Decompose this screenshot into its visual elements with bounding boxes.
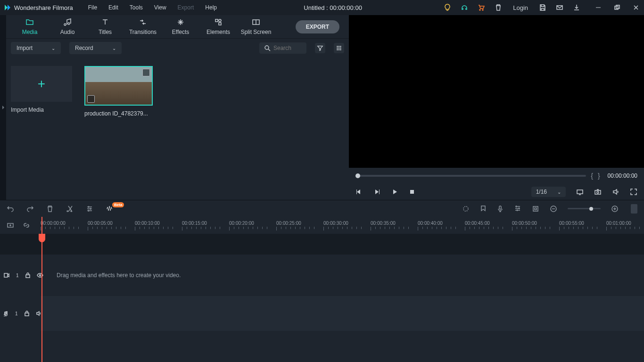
mail-icon[interactable] bbox=[555, 3, 564, 12]
audio-track-body[interactable] bbox=[41, 296, 644, 331]
adjust-icon[interactable] bbox=[86, 205, 93, 213]
search-input[interactable] bbox=[273, 45, 302, 51]
zoom-slider[interactable] bbox=[568, 208, 601, 209]
zoom-out-icon[interactable] bbox=[550, 205, 557, 213]
menu-tools[interactable]: Tools bbox=[124, 1, 149, 14]
menu-help[interactable]: Help bbox=[199, 1, 223, 14]
play-icon[interactable] bbox=[391, 189, 398, 195]
chevron-down-icon: ⌄ bbox=[112, 46, 116, 51]
tab-titles[interactable]: Titles bbox=[86, 18, 124, 35]
marker-icon[interactable] bbox=[480, 205, 487, 213]
preview-quality-icon[interactable] bbox=[576, 188, 584, 196]
audio-mixer-icon[interactable] bbox=[514, 205, 521, 213]
trash-icon[interactable] bbox=[494, 3, 503, 12]
scrub-track[interactable] bbox=[355, 175, 586, 177]
stop-icon[interactable] bbox=[409, 189, 415, 195]
text-icon bbox=[101, 18, 109, 26]
video-track[interactable]: 1 Drag media and effects here to create … bbox=[0, 255, 644, 296]
redo-icon[interactable] bbox=[26, 205, 34, 213]
close-icon[interactable] bbox=[632, 3, 640, 12]
split-icon[interactable] bbox=[66, 205, 74, 213]
mark-in-icon[interactable]: { bbox=[591, 172, 593, 180]
record-dropdown[interactable]: Record ⌄ bbox=[69, 42, 122, 54]
tab-elements[interactable]: Elements bbox=[199, 18, 237, 35]
login-link[interactable]: Login bbox=[511, 4, 530, 11]
export-button[interactable]: EXPORT bbox=[296, 20, 339, 33]
timeline-view-toggle[interactable] bbox=[631, 204, 637, 214]
tab-label: Effects bbox=[172, 29, 189, 35]
svg-point-14 bbox=[337, 49, 338, 50]
crop-icon[interactable] bbox=[532, 205, 539, 213]
scrub-handle[interactable] bbox=[355, 173, 360, 178]
tab-transitions[interactable]: Transitions bbox=[124, 18, 162, 35]
volume-icon[interactable] bbox=[612, 188, 619, 196]
link-icon[interactable] bbox=[23, 222, 30, 229]
save-icon[interactable] bbox=[538, 3, 547, 12]
tab-split-screen[interactable]: Split Screen bbox=[237, 18, 275, 35]
timeline-ruler[interactable]: 00:00:00:0000:00:05:0000:00:10:0000:00:1… bbox=[0, 217, 644, 234]
render-icon[interactable] bbox=[462, 205, 470, 213]
ruler-mark: 00:00:50:00 bbox=[512, 221, 550, 230]
folder-icon bbox=[25, 18, 34, 26]
add-to-timeline-icon[interactable] bbox=[87, 95, 95, 103]
tab-label: Media bbox=[22, 29, 38, 35]
cart-icon[interactable] bbox=[477, 3, 486, 12]
zoom-handle[interactable] bbox=[589, 207, 593, 211]
menu-edit[interactable]: Edit bbox=[103, 1, 124, 14]
app-logo: Wondershare Filmora bbox=[4, 4, 73, 11]
headset-icon[interactable] bbox=[460, 3, 469, 12]
svg-point-12 bbox=[339, 48, 340, 49]
search-box[interactable] bbox=[259, 42, 306, 54]
track-number: 1 bbox=[15, 311, 18, 316]
preview-scale-dropdown[interactable]: 1/16 ⌄ bbox=[531, 187, 566, 197]
delete-icon[interactable] bbox=[46, 205, 54, 213]
prev-frame-icon[interactable] bbox=[355, 189, 362, 195]
snapshot-icon[interactable] bbox=[594, 188, 602, 196]
minimize-icon[interactable] bbox=[594, 3, 603, 12]
svg-rect-17 bbox=[410, 190, 414, 194]
ruler-mark: 00:00:45:00 bbox=[465, 221, 503, 230]
svg-rect-18 bbox=[577, 190, 583, 194]
import-media-card[interactable]: + Import Media bbox=[11, 66, 72, 113]
menu-view[interactable]: View bbox=[149, 1, 172, 14]
fullscreen-icon[interactable] bbox=[630, 188, 637, 196]
add-track-icon[interactable] bbox=[7, 222, 14, 229]
video-track-body[interactable]: Drag media and effects here to create yo… bbox=[41, 255, 644, 296]
clip-name: production ID_4782379... bbox=[84, 110, 153, 117]
voiceover-icon[interactable] bbox=[497, 205, 504, 213]
audio-beat-icon[interactable]: Beta bbox=[106, 205, 114, 213]
lightbulb-icon[interactable] bbox=[443, 3, 452, 12]
menu-export[interactable]: Export bbox=[172, 1, 200, 14]
media-clip[interactable]: production ID_4782379... bbox=[84, 66, 153, 117]
app-name: Wondershare Filmora bbox=[14, 4, 73, 11]
audio-track[interactable]: 1 bbox=[0, 296, 644, 331]
grid-view-icon[interactable] bbox=[334, 43, 344, 53]
tab-media[interactable]: Media bbox=[11, 18, 49, 35]
maximize-icon[interactable] bbox=[613, 3, 621, 12]
lock-icon[interactable] bbox=[25, 272, 30, 278]
dropdown-label: Record bbox=[75, 45, 93, 51]
tab-effects[interactable]: Effects bbox=[162, 18, 199, 35]
ruler-ticks[interactable]: 00:00:00:0000:00:05:0000:00:10:0000:00:1… bbox=[41, 217, 644, 234]
next-frame-icon[interactable] bbox=[373, 189, 380, 195]
playhead-handle[interactable] bbox=[39, 234, 45, 242]
undo-icon[interactable] bbox=[7, 205, 14, 213]
timeline: 1 Drag media and effects here to create … bbox=[0, 234, 644, 362]
clip-type-icon bbox=[142, 69, 150, 76]
mark-out-icon[interactable]: } bbox=[598, 172, 600, 180]
menu-file[interactable]: File bbox=[83, 1, 103, 14]
zoom-in-icon[interactable] bbox=[611, 205, 619, 213]
preview-viewport[interactable] bbox=[349, 15, 644, 168]
panel-expand-strip[interactable] bbox=[0, 15, 6, 200]
svg-point-21 bbox=[463, 206, 468, 211]
tab-label: Split Screen bbox=[241, 29, 272, 35]
playhead[interactable] bbox=[41, 217, 42, 362]
clip-thumbnail[interactable] bbox=[84, 66, 153, 106]
tab-audio[interactable]: Audio bbox=[49, 18, 86, 35]
titlebar-right: Login bbox=[443, 3, 640, 12]
import-dropdown[interactable]: Import ⌄ bbox=[11, 42, 61, 54]
filter-icon[interactable] bbox=[315, 43, 325, 53]
lock-icon[interactable] bbox=[25, 311, 29, 316]
tab-label: Titles bbox=[99, 29, 112, 35]
download-icon[interactable] bbox=[572, 3, 581, 12]
